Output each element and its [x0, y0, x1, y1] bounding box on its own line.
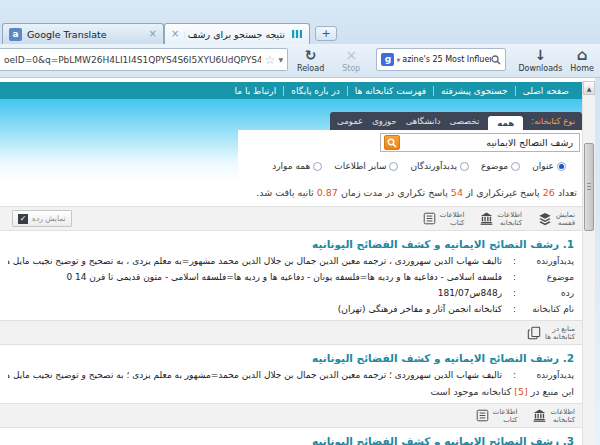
- browser-chrome: a Google Translate × نتیجه جستجو برای رش…: [0, 0, 600, 78]
- home-icon: ⌂: [577, 48, 588, 63]
- record-toolbar: منابع درکتابخانه ها: [0, 320, 582, 345]
- record-field-classification: رده : ر848س181/07: [8, 288, 574, 298]
- menu-contact[interactable]: ارتباط با ما: [228, 86, 284, 96]
- library-tab-seminary[interactable]: حوزوی: [372, 116, 397, 126]
- book-info-label: کتاب: [440, 219, 465, 227]
- library-info-label: اطلاعات: [497, 211, 522, 219]
- downloads-label: Downloads: [518, 64, 562, 73]
- scrollbar-thumb[interactable]: [584, 143, 594, 231]
- page-content: ▲ صفحه اصلی جستجوی پیشرفته فهرست کتابخان…: [0, 78, 600, 445]
- radio-creators[interactable]: پدیدآورندگان: [410, 161, 469, 171]
- tab-search-results[interactable]: نتیجه جستجو برای رشف النصالح الایمانیه ×: [164, 23, 310, 44]
- library-tab-university[interactable]: دانشگاهی: [406, 116, 441, 126]
- url-dropdown-icon[interactable]: ▼: [278, 56, 283, 63]
- shelf-layers-icon: [538, 212, 552, 226]
- menu-about[interactable]: در باره پایگاه: [283, 86, 347, 96]
- field-label: پدیدآورنده: [516, 370, 574, 380]
- bank-building-icon: [480, 212, 493, 225]
- search-scope-radios: عنوان موضوع پدیدآورندگان سایر اطلاعات هم…: [238, 161, 566, 171]
- new-tab-button[interactable]: +: [315, 26, 337, 41]
- sources-in-libraries-button[interactable]: منابع درکتابخانه ها: [527, 325, 575, 341]
- web-search-box[interactable]: g ▼ azine's 25 Most Influential Teens Li…: [376, 48, 506, 71]
- library-tab-specialized[interactable]: تخصصی: [450, 116, 480, 126]
- google-search-engine-icon[interactable]: g: [381, 53, 394, 66]
- browser-window: a Google Translate × نتیجه جستجو برای رش…: [0, 0, 600, 445]
- copies-pages-icon: [527, 326, 541, 340]
- radio-title[interactable]: عنوان: [532, 161, 566, 171]
- radio-all-fields[interactable]: همه موارد: [272, 161, 322, 171]
- downloads-button[interactable]: ↓ Downloads: [518, 48, 562, 73]
- library-search-page: صفحه اصلی جستجوی پیشرفته فهرست کتابخانه …: [0, 78, 582, 445]
- record-title[interactable]: 3. رشف النصائح الایمانیه و کشف الفضائح ا…: [8, 435, 574, 445]
- show-classification-toggle[interactable]: ✓ نمایش رده: [12, 210, 72, 227]
- web-search-text[interactable]: azine's 25 Most Influential Teens List: [402, 55, 491, 64]
- radio-other-info-label: سایر اطلاعات: [334, 161, 386, 171]
- search-engine-dropdown-icon[interactable]: ▼: [396, 57, 400, 63]
- tab-title: نتیجه جستجو برای رشف النصالح الایمانیه: [184, 29, 285, 40]
- sources-label: منابع در: [545, 325, 575, 333]
- field-value: تالیف شهاب الدین سهروردی ، ترجمه معین ال…: [8, 256, 502, 266]
- tab-close-icon[interactable]: ×: [171, 29, 179, 39]
- tab-close-icon[interactable]: ×: [149, 29, 157, 39]
- radio-title-label: عنوان: [532, 161, 554, 171]
- home-button[interactable]: ⌂ Home: [570, 48, 594, 73]
- radio-title-circle[interactable]: [557, 162, 566, 171]
- downloads-icon: ↓: [535, 48, 547, 63]
- record-title[interactable]: 2. رشف النصائح الایمانیه و کشف الفضائح ا…: [8, 352, 574, 364]
- record-title[interactable]: 1. رشف النصائح الایمانیه و کشف الفضائح ا…: [8, 238, 574, 250]
- catalog-search-value: رشف النصالح الایمانیه: [486, 137, 573, 148]
- window-edge: [595, 78, 600, 445]
- stop-button[interactable]: × Stop: [342, 48, 360, 73]
- field-value: کتابخانه انجمن آثار و مفاخر فرهنگی (تهرا…: [8, 304, 502, 314]
- menu-library-list[interactable]: فهرست کتابخانه ها: [347, 86, 433, 96]
- book-info-button[interactable]: اطلاعاتکتاب: [476, 408, 518, 424]
- library-info-button[interactable]: اطلاعاتکتابخانه: [480, 211, 522, 227]
- library-info-label: کتابخانه: [497, 219, 522, 227]
- results-total-count: 54: [451, 187, 463, 198]
- catalog-search-button[interactable]: [384, 135, 400, 150]
- menu-home[interactable]: صفحه اصلی: [515, 86, 576, 96]
- scroll-up-button[interactable]: ▲: [583, 81, 595, 95]
- library-tab-public[interactable]: عمومی: [337, 116, 363, 126]
- tab-strip: a Google Translate × نتیجه جستجو برای رش…: [0, 22, 600, 44]
- field-colon: :: [502, 370, 516, 380]
- field-value: تالیف شهاب الدین سهروردی ؛ ترجمه معین ال…: [8, 370, 502, 380]
- book-info-label: اطلاعات: [493, 408, 518, 416]
- stop-label: Stop: [342, 64, 360, 73]
- vertical-scrollbar[interactable]: ▲: [582, 81, 595, 445]
- url-bar[interactable]: oeID=0&q=PbLMW26H4LI1I4S1QPYS4S6I5XYU6Ud…: [0, 48, 288, 71]
- availability-line: این منبع در [5] کتابخانه موجود است: [8, 386, 574, 397]
- catalog-search-input[interactable]: رشف النصالح الایمانیه: [380, 133, 580, 152]
- list-details-icon: [423, 212, 436, 225]
- library-info-button[interactable]: اطلاعاتکتابخانه: [533, 408, 575, 424]
- radio-all-fields-label: همه موارد: [272, 161, 310, 171]
- radio-all-fields-circle[interactable]: [313, 162, 322, 171]
- library-type-label: نوع کتابخانه:: [531, 116, 575, 126]
- menu-advanced-search[interactable]: جستجوی پیشرفته: [433, 86, 515, 96]
- search-magnifier-icon[interactable]: [491, 55, 501, 65]
- reload-button[interactable]: ↻ Reload: [297, 48, 324, 73]
- checked-checkbox-icon[interactable]: ✓: [18, 214, 28, 224]
- reload-icon: ↻: [305, 48, 317, 63]
- radio-subject[interactable]: موضوع: [481, 161, 520, 171]
- results-text: تعداد: [558, 187, 577, 198]
- tab-google-translate[interactable]: a Google Translate ×: [2, 23, 164, 44]
- book-info-button[interactable]: اطلاعاتکتاب: [423, 211, 465, 227]
- field-label: موضوع: [516, 272, 574, 282]
- reload-label: Reload: [297, 64, 324, 73]
- url-text[interactable]: oeID=0&q=PbLMW26H4LI1I4S1QPYS4S6I5XYU6Ud…: [4, 55, 261, 65]
- search-result-record: 1. رشف النصائح الایمانیه و کشف الفضائح ا…: [0, 238, 582, 314]
- bookmark-star-icon[interactable]: ☆: [265, 53, 276, 67]
- field-colon: :: [502, 304, 516, 314]
- radio-other-info-circle[interactable]: [389, 162, 398, 171]
- show-shelf-button[interactable]: نمایشقفسه: [538, 211, 575, 227]
- radio-subject-circle[interactable]: [511, 162, 520, 171]
- radio-creators-circle[interactable]: [460, 162, 469, 171]
- library-type-tabs: نوع کتابخانه: همه تخصصی دانشگاهی حوزوی ع…: [330, 112, 582, 130]
- show-classification-label: نمایش رده: [32, 214, 66, 223]
- radio-other-info[interactable]: سایر اطلاعات: [334, 161, 398, 171]
- list-details-icon: [476, 409, 489, 422]
- field-colon: :: [502, 288, 516, 298]
- availability-count[interactable]: [5]: [514, 386, 527, 397]
- stop-icon: ×: [345, 48, 357, 63]
